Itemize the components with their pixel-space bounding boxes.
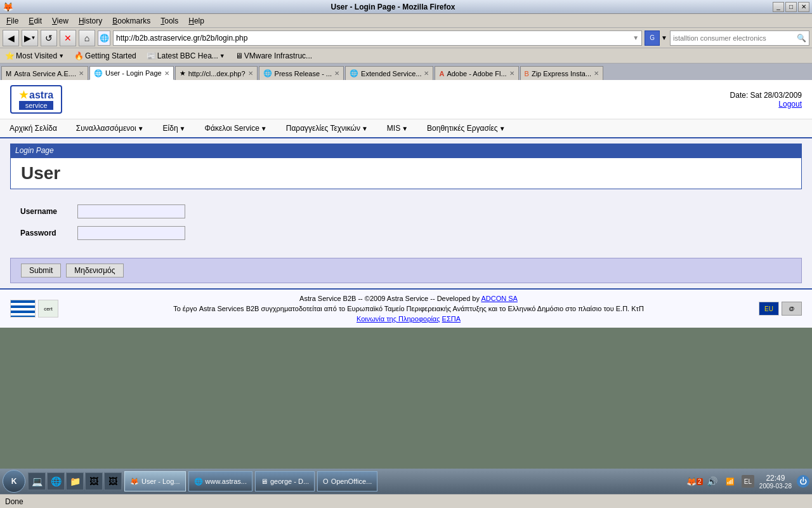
tab-0-label: Astra Service A.E....	[14, 70, 76, 77]
nav-home[interactable]: Αρχική Σελίδα	[0, 119, 67, 137]
tab-0-close[interactable]: ✕	[79, 70, 84, 77]
search-wrap: 🔍	[670, 30, 809, 46]
bbc-dropdown-icon[interactable]: ▼	[219, 53, 225, 59]
tab-4-close[interactable]: ✕	[424, 70, 429, 77]
tab-1[interactable]: 🌐 User - Login Page ✕	[89, 66, 174, 80]
nav-tech-orders-arrow: ▼	[362, 125, 368, 132]
user-heading: User	[21, 163, 791, 184]
submit-button[interactable]: Submit	[21, 264, 61, 277]
username-label: Username	[20, 207, 77, 216]
tab-6-close[interactable]: ✕	[594, 70, 599, 77]
taskbar-app-firefox[interactable]: 🦊 User - Log...	[124, 471, 186, 491]
search-engine-selector: G ▼	[645, 30, 667, 46]
url-dropdown-icon[interactable]: ▼	[632, 34, 639, 41]
tab-6[interactable]: B Zip Express Insta... ✕	[520, 66, 604, 80]
ql-img1[interactable]: 🖼	[85, 472, 103, 490]
tab-3[interactable]: 🌐 Press Release - ... ✕	[259, 66, 344, 80]
network-icon[interactable]: 📶	[724, 475, 737, 488]
ql-img2[interactable]: 🖼	[104, 472, 122, 490]
page-header: ★ astra service Date: Sat 28/03/2009 Log…	[0, 80, 812, 119]
reset-button[interactable]: Μηδενισμός	[66, 264, 123, 277]
tab-3-icon: 🌐	[263, 69, 272, 77]
tab-0-icon: M	[6, 70, 11, 77]
tab-bar: M Astra Service A.E.... ✕ 🌐 User - Login…	[0, 64, 812, 80]
taskbar-george-label: george - D...	[270, 478, 309, 485]
menu-edit[interactable]: Edit	[25, 15, 46, 27]
tab-2-close[interactable]: ✕	[248, 70, 253, 77]
menu-help[interactable]: Help	[185, 15, 208, 27]
taskbar-app-george[interactable]: 🖥 george - D...	[255, 471, 315, 491]
keyboard-icon[interactable]: EL	[742, 475, 754, 488]
eu-flag: EU	[759, 302, 779, 316]
bookmark-vmware[interactable]: 🖥 VMware Infrastruc...	[233, 50, 315, 62]
tab-4[interactable]: 🌐 Extended Service... ✕	[345, 66, 433, 80]
search-input[interactable]	[673, 34, 797, 42]
ql-system[interactable]: 💻	[28, 472, 46, 490]
menu-view[interactable]: View	[48, 15, 72, 27]
statusbar: Done	[0, 494, 812, 508]
quick-launch: 💻 🌐 📁 🖼 🖼	[28, 472, 122, 490]
search-engine-icon[interactable]: G	[645, 30, 660, 46]
reload-button[interactable]: ↺	[41, 30, 57, 46]
ktp-link[interactable]: Κοινωνία της Πληροφορίας	[357, 315, 440, 323]
maximize-button[interactable]: □	[785, 2, 797, 12]
tab-1-close[interactable]: ✕	[164, 70, 169, 77]
menu-tools[interactable]: Tools	[157, 15, 182, 27]
back-button[interactable]: ◀	[3, 30, 19, 46]
menu-history[interactable]: History	[75, 15, 106, 27]
bookmark-getting-started[interactable]: 🔥 Getting Started	[72, 50, 139, 62]
tab-5-close[interactable]: ✕	[509, 70, 514, 77]
tab-2[interactable]: ★ http://cl...dex.php? ✕	[175, 66, 258, 80]
bookmark-most-visited[interactable]: ⭐ Most Visited ▼	[3, 50, 67, 62]
tab-6-icon: B	[525, 70, 529, 77]
bbc-icon: 📰	[147, 51, 156, 60]
login-form: Username Password	[10, 199, 802, 258]
tab-5-label: Adobe - Adobe Fl...	[447, 70, 506, 77]
nav-partners[interactable]: Συναλλασσόμενοι ▼	[67, 119, 154, 137]
menu-file[interactable]: File	[3, 15, 22, 27]
menu-bookmarks[interactable]: Bookmarks	[108, 15, 154, 27]
tab-3-close[interactable]: ✕	[334, 70, 339, 77]
nav-items-arrow: ▼	[180, 125, 186, 132]
adcon-link[interactable]: ADCON SA	[481, 295, 517, 302]
start-button[interactable]: K	[3, 470, 25, 493]
footer-eu-logos: EU @	[759, 302, 802, 316]
minimize-button[interactable]: _	[773, 2, 784, 12]
taskbar-app-openoffice[interactable]: O OpenOffice...	[317, 471, 377, 491]
stop-button[interactable]: ✕	[60, 30, 76, 46]
home-button[interactable]: ⌂	[79, 30, 95, 46]
taskbar: K 💻 🌐 📁 🖼 🖼 🦊 User - Log... 🌐 www.astras…	[0, 469, 812, 494]
nav-tools-arrow: ▼	[499, 125, 506, 132]
ql-browser[interactable]: 🌐	[47, 472, 65, 490]
search-engine-dropdown[interactable]: ▼	[661, 34, 667, 41]
page-wrap: ★ astra service Date: Sat 28/03/2009 Log…	[0, 80, 812, 328]
titlebar: 🦊 User - Login Page - Mozilla Firefox _ …	[0, 0, 812, 14]
username-input[interactable]	[77, 204, 185, 218]
forward-button[interactable]: ▶▼	[22, 30, 38, 46]
ql-files[interactable]: 📁	[66, 472, 84, 490]
menubar: File Edit View History Bookmarks Tools H…	[0, 14, 812, 28]
close-button[interactable]: ✕	[798, 2, 809, 12]
nav-service-folders[interactable]: Φάκελοι Service ▼	[195, 119, 276, 137]
volume-icon[interactable]: 🔊	[706, 475, 719, 488]
bookmark-bbc[interactable]: 📰 Latest BBC Hea... ▼	[144, 50, 228, 62]
espa-link[interactable]: ΕΣΠΑ	[442, 315, 461, 323]
url-input[interactable]	[116, 34, 632, 43]
password-input[interactable]	[77, 226, 185, 240]
power-icon[interactable]: ⏻	[797, 475, 809, 488]
firefox-tray-icon[interactable]: 🦊 2	[688, 475, 701, 488]
nav-tech-orders[interactable]: Παραγγελίες Τεχνικών ▼	[277, 119, 377, 137]
taskbar-app-astra[interactable]: 🌐 www.astras...	[188, 471, 252, 491]
url-bar-wrap: ▼	[113, 30, 642, 46]
nav-mis[interactable]: MIS ▼	[377, 119, 417, 137]
search-icon[interactable]: 🔍	[797, 34, 806, 43]
header-right: Date: Sat 28/03/2009 Logout	[730, 91, 802, 109]
nav-tools[interactable]: Βοηθητικές Εργασίες ▼	[417, 119, 514, 137]
nav-menu: Αρχική Σελίδα Συναλλασσόμενοι ▼ Είδη ▼ Φ…	[0, 119, 812, 138]
logout-link[interactable]: Logout	[778, 100, 802, 109]
nav-items[interactable]: Είδη ▼	[154, 119, 195, 137]
bookmark-dropdown-icon[interactable]: ▼	[58, 53, 64, 59]
getting-started-icon: 🔥	[74, 51, 84, 60]
tab-5[interactable]: A Adobe - Adobe Fl... ✕	[435, 66, 518, 80]
tab-0[interactable]: M Astra Service A.E.... ✕	[1, 66, 88, 80]
